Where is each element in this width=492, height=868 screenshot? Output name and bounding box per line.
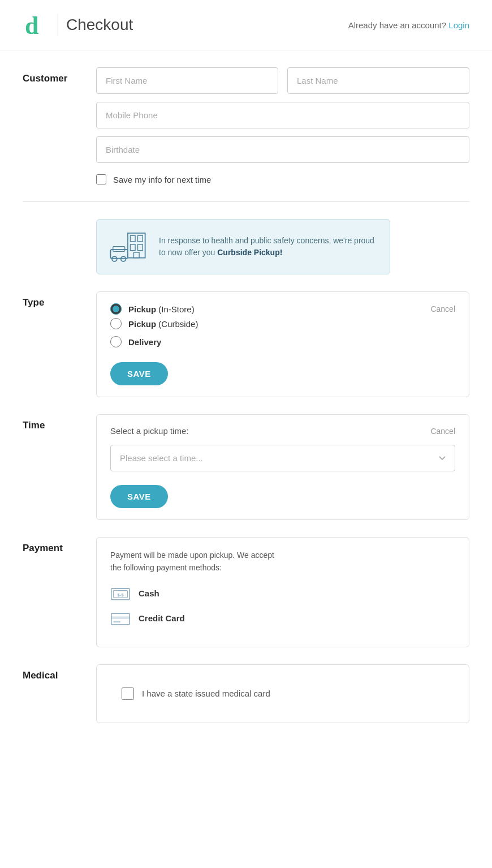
select-pickup-time-label: Select a pickup time: [110, 426, 188, 436]
mobile-phone-input[interactable] [96, 102, 469, 128]
svg-text:$-$: $-$ [117, 592, 124, 597]
medical-section-content: I have a state issued medical card [96, 664, 469, 723]
pickup-instore-label: Pickup (In-Store) [128, 304, 195, 314]
delivery-item: Delivery [110, 336, 455, 347]
credit-card-payment-method: Credit Card [110, 611, 455, 626]
type-cancel-button[interactable]: Cancel [430, 304, 455, 313]
time-save-button[interactable]: SAVE [110, 485, 168, 508]
customer-section: Customer Save my info for next time [23, 67, 469, 184]
payment-section-label: Payment [23, 537, 96, 554]
time-select[interactable]: Please select a time... [110, 445, 455, 471]
save-info-label[interactable]: Save my info for next time [113, 175, 211, 184]
svg-rect-6 [134, 252, 140, 258]
pickup-instore-row: Pickup (In-Store) Cancel [110, 303, 455, 315]
medical-section: Medical I have a state issued medical ca… [23, 664, 469, 723]
type-section: Type Pickup (In-Store) Cancel [23, 291, 469, 397]
type-save-button[interactable]: SAVE [110, 362, 168, 385]
pickup-curbside-label: Pickup (Curbside) [128, 319, 198, 329]
payment-section: Payment Payment will be made upon pickup… [23, 537, 469, 647]
curbside-icon [108, 230, 148, 264]
svg-rect-15 [111, 616, 130, 619]
logo-icon: d [23, 11, 50, 38]
credit-card-label: Credit Card [139, 613, 185, 623]
customer-fields: Save my info for next time [96, 67, 469, 184]
delivery-label: Delivery [128, 337, 161, 347]
pickup-instore-radio[interactable] [110, 303, 122, 315]
radio-options: Pickup (Curbside) Delivery [110, 318, 455, 347]
page-title: Checkout [66, 16, 133, 34]
name-row [96, 67, 469, 94]
curbside-banner: In response to health and public safety … [96, 219, 390, 274]
pickup-curbside-radio[interactable] [110, 318, 122, 329]
svg-rect-5 [138, 244, 143, 251]
medical-card-checkbox[interactable] [122, 687, 134, 700]
header-divider [58, 14, 58, 36]
save-info-row: Save my info for next time [96, 174, 469, 184]
pickup-instore-option: Pickup (In-Store) [110, 303, 195, 315]
save-info-checkbox[interactable] [96, 174, 106, 184]
delivery-radio[interactable] [110, 336, 122, 347]
type-section-content: Pickup (In-Store) Cancel Pickup (Curbsid… [96, 291, 469, 397]
cash-payment-method: $-$ Cash [110, 586, 455, 601]
header-left: d Checkout [23, 11, 133, 38]
cash-label: Cash [139, 588, 159, 598]
time-cancel-button[interactable]: Cancel [430, 427, 455, 436]
header: d Checkout Already have an account? Logi… [0, 0, 492, 50]
time-section-label: Time [23, 414, 96, 431]
login-link[interactable]: Login [448, 20, 469, 30]
time-header: Select a pickup time: Cancel [110, 426, 455, 436]
time-section: Time Select a pickup time: Cancel Please… [23, 414, 469, 520]
medical-section-label: Medical [23, 664, 96, 681]
time-box: Select a pickup time: Cancel Please sele… [96, 414, 469, 520]
section-divider-1 [23, 201, 469, 202]
svg-rect-16 [113, 621, 120, 622]
last-name-input[interactable] [287, 67, 469, 94]
medical-card-label[interactable]: I have a state issued medical card [142, 689, 270, 698]
medical-checkbox-row: I have a state issued medical card [110, 676, 455, 711]
type-box: Pickup (In-Store) Cancel Pickup (Curbsid… [96, 291, 469, 397]
pickup-curbside-item: Pickup (Curbside) [110, 318, 455, 329]
header-account-prompt: Already have an account? Login [348, 20, 469, 30]
first-name-input[interactable] [96, 67, 278, 94]
customer-section-label: Customer [23, 67, 96, 84]
payment-box: Payment will be made upon pickup. We acc… [96, 537, 469, 647]
main-content: Customer Save my info for next time [0, 50, 492, 757]
credit-card-icon [110, 611, 131, 626]
payment-section-content: Payment will be made upon pickup. We acc… [96, 537, 469, 647]
svg-rect-3 [138, 235, 143, 242]
type-section-label: Type [23, 291, 96, 308]
medical-box: I have a state issued medical card [96, 664, 469, 723]
svg-rect-2 [130, 235, 135, 242]
svg-text:d: d [25, 12, 38, 38]
birthdate-input[interactable] [96, 136, 469, 163]
cash-icon: $-$ [110, 586, 131, 601]
svg-rect-14 [111, 613, 130, 625]
curbside-text: In response to health and public safety … [159, 235, 378, 259]
svg-rect-4 [130, 244, 135, 251]
time-section-content: Select a pickup time: Cancel Please sele… [96, 414, 469, 520]
payment-description: Payment will be made upon pickup. We acc… [110, 549, 455, 574]
